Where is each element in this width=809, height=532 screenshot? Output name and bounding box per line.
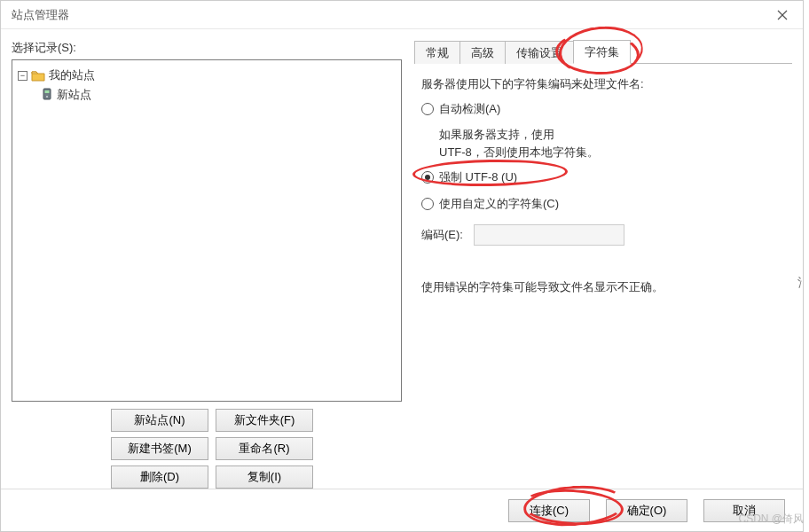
tree-root-row[interactable]: − 我的站点 [18, 66, 396, 85]
radio-icon [421, 103, 434, 115]
tree-root-label: 我的站点 [49, 67, 95, 83]
new-bookmark-button[interactable]: 新建书签(M) [111, 437, 208, 460]
radio-force-utf8-label: 强制 UTF-8 (U) [439, 169, 517, 185]
encoding-label: 编码(E): [421, 227, 463, 243]
tab-charset[interactable]: 字符集 [573, 40, 631, 64]
close-button[interactable] [762, 1, 803, 29]
watermark: CSDN @倚风 [738, 512, 804, 527]
svg-point-4 [46, 96, 48, 98]
ok-button[interactable]: 确定(O) [606, 499, 687, 522]
radio-autodetect-row[interactable]: 自动检测(A) [421, 101, 785, 117]
svg-rect-2 [43, 89, 51, 99]
tab-strip: 常规 高级 传输设置 字符集 [414, 40, 792, 64]
charset-warning: 使用错误的字符集可能导致文件名显示不正确。 [421, 279, 785, 295]
title-bar: 站点管理器 [1, 1, 803, 29]
tree-child-label: 新站点 [57, 87, 91, 103]
radio-force-utf8-row[interactable]: 强制 UTF-8 (U) [421, 169, 785, 185]
tab-advanced[interactable]: 高级 [459, 41, 506, 64]
encoding-input [474, 224, 624, 246]
radio-icon [421, 198, 434, 210]
radio-custom-label: 使用自定义的字符集(C) [439, 196, 559, 212]
cropped-edge: 氵 [797, 275, 809, 291]
autodetect-hint: 如果服务器支持，使用 UTF-8，否则使用本地字符集。 [439, 126, 785, 160]
radio-autodetect-label: 自动检测(A) [439, 101, 500, 117]
new-site-button[interactable]: 新站点(N) [111, 409, 208, 432]
radio-custom-row[interactable]: 使用自定义的字符集(C) [421, 196, 785, 212]
tree-collapse-icon[interactable]: − [18, 71, 27, 81]
site-tree[interactable]: − 我的站点 新站点 [12, 59, 402, 402]
tab-transfer[interactable]: 传输设置 [505, 41, 574, 64]
server-icon [41, 88, 53, 102]
folder-icon [31, 69, 45, 82]
connect-button[interactable]: 连接(C) [508, 499, 590, 522]
radio-icon [421, 171, 434, 184]
copy-button[interactable]: 复制(I) [216, 466, 313, 489]
tree-child-row[interactable]: 新站点 [18, 85, 396, 105]
window-title: 站点管理器 [12, 7, 69, 23]
svg-rect-3 [45, 90, 50, 93]
tab-general[interactable]: 常规 [414, 41, 460, 64]
select-entry-label: 选择记录(S): [12, 40, 402, 56]
delete-button[interactable]: 删除(D) [111, 466, 208, 489]
close-icon [777, 10, 788, 20]
charset-heading: 服务器使用以下的字符集编码来处理文件名: [421, 76, 785, 92]
rename-button[interactable]: 重命名(R) [216, 437, 313, 460]
new-folder-button[interactable]: 新文件夹(F) [216, 409, 313, 432]
